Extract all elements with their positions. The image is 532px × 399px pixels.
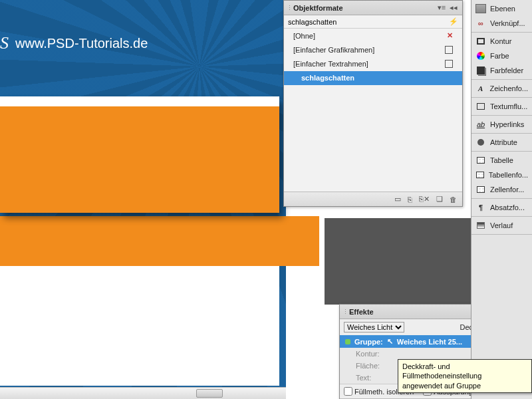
style-item-text-frame[interactable]: [Einfacher Textrahmen] (284, 57, 462, 71)
delete-style-icon[interactable]: 🗑 (450, 196, 457, 203)
dock-hyperlinks[interactable]: abHyperlinks (471, 117, 532, 132)
panel-header[interactable]: ⋮⋮ Objektformate ▾≡ ◂◂ (284, 1, 462, 15)
selection-marker-icon (345, 339, 350, 344)
tooltip-line2: angewendet auf Gruppe (402, 381, 527, 390)
tooltip: Deckkraft- und Füllmethodeneinstellung a… (398, 359, 532, 393)
links-icon: ∞ (475, 19, 486, 28)
character-icon: A (475, 84, 486, 93)
gradient-icon (475, 221, 486, 230)
style-filter-row: ⚡ (284, 15, 462, 29)
hyperlinks-icon: ab (475, 120, 486, 129)
color-icon (475, 51, 486, 61)
scrollbar-thumb[interactable] (196, 389, 223, 398)
dock-links[interactable]: ∞Verknüpf... (471, 16, 532, 31)
orange-bar[interactable] (0, 216, 319, 266)
style-item-none[interactable]: [Ohne] ✕ (284, 29, 462, 43)
none-icon: ✕ (447, 31, 453, 40)
grip-icon: ⋮⋮ (342, 309, 348, 315)
style-label: [Einfacher Grafikrahmen] (293, 46, 374, 54)
dock-stroke[interactable]: Kontur (471, 34, 532, 49)
cell-styles-icon (475, 185, 486, 194)
dock-color[interactable]: Farbe (471, 49, 532, 63)
page-url-text: S www.PSD-Tutorials.de (0, 33, 148, 53)
table-icon (475, 156, 486, 165)
style-item-schlagschatten[interactable]: schlagschatten (284, 71, 462, 85)
dock-paragraph-styles[interactable]: ¶Absatzfo... (471, 200, 532, 215)
style-list: [Ohne] ✕ [Einfacher Grafikrahmen] [Einfa… (284, 29, 462, 192)
dock-table-styles[interactable]: Tabellenfo... (471, 168, 532, 182)
tooltip-line1: Deckkraft- und Füllmethodeneinstellung (402, 362, 527, 381)
link-style-icon[interactable]: ⎘ (408, 196, 412, 203)
target-label: Gruppe: (354, 338, 383, 346)
panel-collapse-icon[interactable]: ◂◂ (448, 3, 460, 12)
style-label: [Ohne] (293, 32, 315, 40)
text-wrap-icon (475, 102, 486, 111)
dock-cell-styles[interactable]: Zellenfor... (471, 182, 532, 197)
frame-icon (445, 46, 453, 54)
style-label: [Einfacher Textrahmen] (293, 60, 368, 68)
new-style-icon[interactable]: ❏ (436, 195, 443, 203)
horizontal-scrollbar[interactable] (0, 387, 286, 399)
frame-icon (445, 60, 453, 68)
cursor-icon: ↖ (387, 337, 393, 346)
panel-dock: Ebenen ∞Verknüpf... Kontur Farbe Farbfel… (471, 0, 532, 399)
url-label: www.PSD-Tutorials.de (15, 36, 148, 51)
layers-icon (475, 4, 486, 13)
document-canvas[interactable]: S www.PSD-Tutorials.de (0, 0, 286, 399)
style-label: schlagschatten (301, 74, 354, 82)
panel-menu-icon[interactable]: ▾≡ (436, 3, 448, 12)
dock-gradient[interactable]: Verlauf (471, 218, 532, 233)
dock-attributes[interactable]: Attribute (471, 135, 532, 150)
dock-swatches[interactable]: Farbfelder (471, 63, 532, 78)
dock-text-wrap[interactable]: Textumflu... (471, 99, 532, 114)
attributes-icon (475, 138, 486, 147)
dock-table[interactable]: Tabelle (471, 153, 532, 168)
object-styles-panel[interactable]: ⋮⋮ Objektformate ▾≡ ◂◂ ⚡ [Ohne] ✕ [Einfa… (283, 0, 463, 207)
panel-footer: ▭ ⎘ ⎘✕ ❏ 🗑 (284, 192, 462, 206)
dock-layers[interactable]: Ebenen (471, 1, 532, 16)
panel-title: Objektformate (292, 4, 436, 12)
logo-swirl: S (0, 33, 9, 53)
style-item-graphic-frame[interactable]: [Einfacher Grafikrahmen] (284, 43, 462, 57)
blend-mode-select[interactable]: Weiches Licht (344, 322, 404, 332)
paragraph-icon: ¶ (475, 203, 486, 212)
swatches-icon (475, 66, 486, 75)
white-block[interactable] (0, 266, 279, 386)
grip-icon: ⋮⋮ (287, 5, 292, 11)
stroke-icon (475, 37, 486, 46)
table-styles-icon (475, 170, 485, 180)
style-filter-input[interactable] (288, 17, 449, 26)
clear-filter-icon[interactable]: ⚡ (449, 17, 458, 26)
new-folder-icon[interactable]: ▭ (394, 195, 401, 203)
dock-character-styles[interactable]: AZeichenfo... (471, 81, 532, 96)
pasteboard (325, 218, 471, 305)
orange-rect-selected[interactable] (0, 96, 279, 213)
break-link-icon[interactable]: ⎘✕ (419, 195, 430, 203)
